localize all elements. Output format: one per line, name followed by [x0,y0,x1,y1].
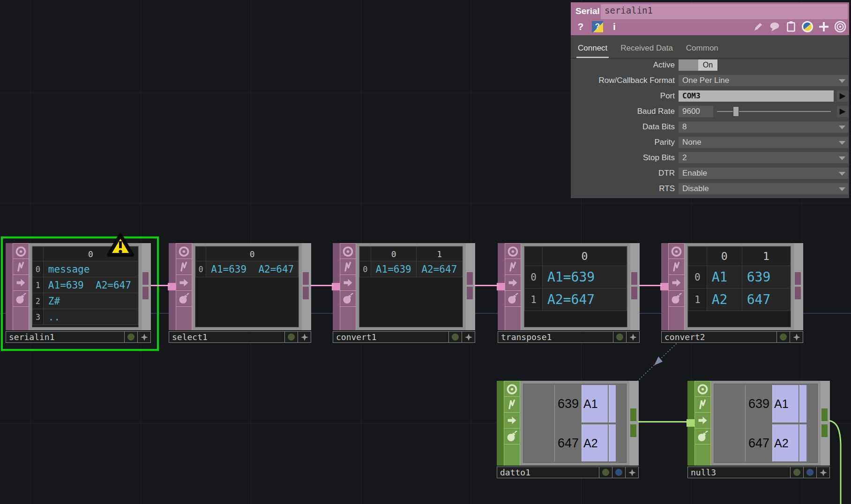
wire-transpose1-to-convert2[interactable] [639,285,662,286]
output-connector[interactable] [631,287,637,299]
input-connector[interactable] [497,283,505,290]
python-icon[interactable] [801,21,814,33]
chop-output-wire[interactable] [829,421,841,504]
input-connector[interactable] [332,283,340,290]
bomb-flag[interactable] [340,291,356,307]
bullseye-flag[interactable] [13,243,29,259]
dropdown-field[interactable]: 8 [679,121,848,133]
green-flag-dot[interactable] [452,334,459,341]
expand-arrow-button[interactable]: ▶ [837,106,848,117]
node-flag-dot-box[interactable] [285,332,298,342]
node-star-box[interactable] [790,332,803,342]
green-flag-dot[interactable] [616,334,623,341]
node-datto1[interactable]: 639 A1 647 A2 [497,381,639,466]
green-flag-dot[interactable] [288,334,295,341]
output-connector[interactable] [821,408,828,421]
bolt-flag[interactable] [176,259,192,275]
bomb-flag[interactable] [176,291,192,307]
node-name-label[interactable]: transpose1 [498,332,613,342]
node-convert1[interactable]: 010A1=639A2=647 [333,243,475,330]
number-field[interactable]: 9600 [679,106,713,117]
node-flag-dot-box[interactable] [125,332,138,342]
bullseye-flag[interactable] [669,243,685,259]
star-icon[interactable] [819,468,828,477]
warning-icon[interactable] [106,233,135,260]
wire-select1-to-convert1[interactable] [310,285,334,286]
green-flag-dot[interactable] [780,334,787,341]
tab-received-data[interactable]: Received Data [619,44,674,59]
node-name-bar[interactable]: transpose1 [498,331,640,343]
arrow-flag[interactable] [669,275,685,291]
node-name-label[interactable]: convert1 [333,332,449,342]
output-connector[interactable] [795,287,801,299]
dropdown-field[interactable]: One Per Line [679,75,848,86]
output-connector[interactable] [630,408,636,421]
info-icon[interactable]: i [608,21,620,33]
node-star-box[interactable] [817,467,829,478]
node-name-label[interactable]: convert2 [662,332,777,342]
comment-icon[interactable] [769,21,781,33]
output-connector[interactable] [142,272,149,285]
bolt-flag[interactable] [695,397,711,413]
bolt-flag[interactable] [504,397,520,413]
node-star-box[interactable] [138,332,150,342]
expand-arrow-button[interactable]: ▶ [837,90,848,102]
star-icon[interactable] [300,333,309,342]
node-convert2[interactable]: 010A16391A2647 [661,243,803,330]
bullseye-flag[interactable] [695,381,711,397]
node-name-label[interactable]: null3 [688,467,791,478]
star-icon[interactable] [628,333,638,342]
bomb-flag[interactable] [504,429,520,445]
wire-serialin1-to-select1[interactable] [151,285,170,286]
output-connector[interactable] [303,272,309,285]
node-null3[interactable]: 639 A1 647 A2 [687,381,830,466]
star-icon[interactable] [140,333,149,342]
bullseye-flag[interactable] [504,381,520,397]
output-connector[interactable] [630,424,636,437]
toggle-on-segment[interactable]: On [698,59,717,71]
bomb-flag[interactable] [695,429,711,445]
node-flag-dot-box[interactable] [599,467,612,478]
node-flag-dot-box[interactable] [777,332,790,342]
bullseye-icon[interactable] [834,21,846,33]
input-connector[interactable] [687,419,694,427]
node-name-label[interactable]: serialin1 [6,332,125,342]
arrow-flag[interactable] [176,275,192,291]
node-name-bar[interactable]: serialin1 [6,331,151,343]
arrow-flag[interactable] [695,413,711,429]
node-star-box[interactable] [626,467,638,478]
blue-flag-dot[interactable] [615,469,622,476]
output-connector[interactable] [631,272,637,285]
node-star-box[interactable] [627,332,639,342]
blue-flag-dot[interactable] [806,469,814,476]
clipboard-icon[interactable] [785,21,797,33]
green-flag-dot[interactable] [793,469,800,476]
bomb-flag[interactable] [505,291,521,307]
output-connector[interactable] [821,424,828,437]
node-star-box[interactable] [462,332,475,342]
bolt-flag[interactable] [13,259,29,275]
node-name-label[interactable]: select1 [169,332,285,342]
node-name-bar[interactable]: convert1 [333,331,475,343]
node-flag-dot-box[interactable] [613,332,627,342]
pencil-icon[interactable] [752,21,764,33]
bullseye-flag[interactable] [505,243,521,259]
arrow-flag[interactable] [504,413,520,429]
toggle-off-segment[interactable] [679,59,698,71]
wire-convert1-to-transpose1[interactable] [474,285,499,286]
node-flag-dot-box[interactable] [449,332,462,342]
node-flag-dot-box[interactable] [791,467,804,478]
output-connector[interactable] [467,287,473,299]
tab-connect[interactable]: Connect [576,44,609,59]
bomb-flag[interactable] [669,291,685,307]
green-flag-dot[interactable] [127,334,134,341]
text-field[interactable]: COM3 [679,90,834,102]
dropdown-field[interactable]: 2 [679,152,848,163]
dropdown-field[interactable]: Enable [679,168,848,179]
node-transpose1[interactable]: 00A1=6391A2=647 [498,243,640,330]
bolt-flag[interactable] [340,259,356,275]
star-icon[interactable] [464,333,473,342]
dropdown-field[interactable]: Disable [679,183,848,194]
tab-common[interactable]: Common [685,44,720,59]
input-connector[interactable] [168,283,176,290]
